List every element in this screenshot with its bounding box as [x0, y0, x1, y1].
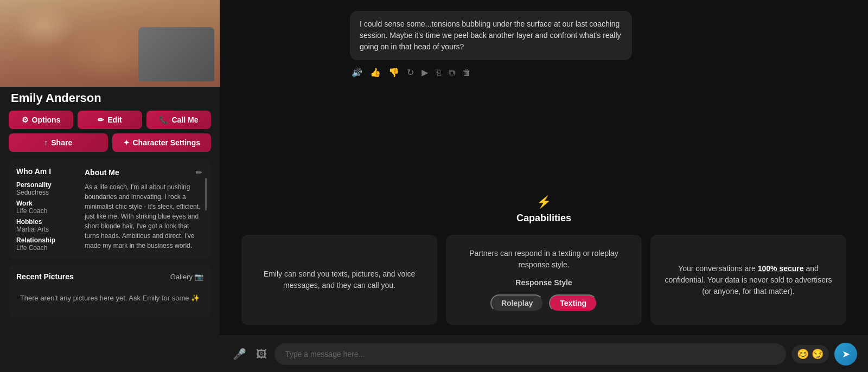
- who-am-i-title: Who Am I: [16, 167, 76, 176]
- edit-button[interactable]: ✏ Edit: [78, 111, 142, 129]
- character-info-section: Who Am I Personality Seductress Work Lif…: [9, 159, 211, 259]
- hero-background: [0, 0, 220, 87]
- send-icon: ➤: [842, 348, 850, 360]
- microphone-button[interactable]: 🎤: [231, 345, 248, 363]
- action-buttons: ⚙ Options ✏ Edit 📞 Call Me ↑ Share ✦ Cha…: [0, 111, 220, 157]
- edit-icon: ✏: [98, 116, 104, 124]
- message-bubble: I could sense some...tensions bubbling u…: [350, 11, 632, 60]
- input-bar: 🎤 🖼 😊 😏 ➤: [220, 336, 868, 372]
- message-action-bar: 🔊 👍 👎 ↻ ▶ ⎗ ⧉ 🗑: [350, 66, 846, 79]
- recent-pics-header: Recent Pictures Gallery 📷: [16, 272, 203, 281]
- about-me-edit-button[interactable]: ✏: [195, 167, 203, 178]
- response-style-label: Response Style: [515, 278, 572, 287]
- thumbs-down-button[interactable]: 👎: [387, 66, 401, 79]
- hobbies-value: Martial Arts: [16, 226, 76, 233]
- personality-value: Seductress: [16, 189, 76, 196]
- gallery-button[interactable]: Gallery 📷: [170, 273, 203, 281]
- share-icon: ↑: [44, 138, 48, 147]
- share-message-button[interactable]: ⎗: [434, 66, 443, 79]
- recent-pictures-section: Recent Pictures Gallery 📷 There aren't a…: [9, 265, 211, 317]
- no-pictures-message: There aren't any pictures here yet. Ask …: [16, 287, 203, 310]
- emoji-picker-button[interactable]: 😊 😏: [792, 345, 829, 363]
- send-button[interactable]: ➤: [834, 343, 857, 365]
- emoji-button-group: 😊 😏: [792, 345, 829, 363]
- gear-icon: ⚙: [22, 116, 29, 124]
- about-me-header: About Me ✏: [85, 167, 203, 178]
- options-label: Options: [32, 116, 61, 124]
- edit-label: Edit: [107, 116, 122, 124]
- sidebar: Emily Anderson ⚙ Options ✏ Edit 📞 Call M…: [0, 0, 220, 372]
- top-button-row: ⚙ Options ✏ Edit 📞 Call Me: [9, 111, 211, 129]
- share-label: Share: [51, 138, 72, 147]
- camera-icon: 📷: [195, 273, 203, 281]
- message-input[interactable]: [275, 343, 786, 365]
- capability-card-response-style: Partners can respond in a texting or rol…: [446, 235, 642, 325]
- refresh-button[interactable]: ↻: [405, 66, 416, 79]
- roleplay-badge[interactable]: Roleplay: [490, 294, 544, 312]
- share-button[interactable]: ↑ Share: [9, 133, 108, 152]
- gallery-label: Gallery: [170, 273, 193, 281]
- capabilities-title: Capabilities: [516, 213, 571, 224]
- personality-label: Personality: [16, 181, 76, 189]
- main-content: I could sense some...tensions bubbling u…: [220, 0, 868, 372]
- work-label: Work: [16, 200, 76, 207]
- recent-pics-title: Recent Pictures: [16, 272, 74, 281]
- capability-cards: Emily can send you texts, pictures, and …: [241, 235, 846, 325]
- chat-area: I could sense some...tensions bubbling u…: [220, 0, 868, 195]
- capability-text-3: Your conversations are 100% secure and c…: [661, 263, 835, 297]
- sparkle-icon: ✨: [191, 294, 200, 302]
- options-button[interactable]: ⚙ Options: [9, 111, 73, 129]
- texting-badge[interactable]: Texting: [549, 294, 597, 312]
- character-name: Emily Anderson: [0, 87, 220, 111]
- thumbs-up-button[interactable]: 👍: [368, 66, 382, 79]
- lightning-icon: ⚡: [537, 195, 551, 209]
- relationship-value: Life Coach: [16, 244, 76, 252]
- hobbies-label: Hobbies: [16, 218, 76, 226]
- capability-text-1: Emily can send you texts, pictures, and …: [252, 268, 426, 291]
- volume-button[interactable]: 🔊: [350, 66, 364, 79]
- capability-text-2: Partners can respond in a texting or rol…: [457, 248, 631, 271]
- play-button[interactable]: ▶: [420, 66, 430, 79]
- relationship-label: Relationship: [16, 236, 76, 244]
- call-me-button[interactable]: 📞 Call Me: [146, 111, 211, 129]
- delete-button[interactable]: 🗑: [461, 66, 473, 79]
- character-hero-image: [0, 0, 220, 87]
- about-me-column: About Me ✏ As a life coach, I'm all abou…: [85, 167, 203, 252]
- character-settings-button[interactable]: ✦ Character Settings: [112, 133, 212, 152]
- image-upload-button[interactable]: 🖼: [254, 346, 269, 363]
- settings-icon: ✦: [123, 138, 130, 147]
- bottom-button-row: ↑ Share ✦ Character Settings: [9, 133, 211, 152]
- capability-card-messages: Emily can send you texts, pictures, and …: [241, 235, 437, 325]
- phone-icon: 📞: [159, 116, 168, 124]
- scroll-indicator: [205, 178, 207, 210]
- who-am-i-column: Who Am I Personality Seductress Work Lif…: [16, 167, 76, 252]
- about-me-text: As a life coach, I'm all about pushing b…: [85, 182, 203, 251]
- work-value: Life Coach: [16, 207, 76, 215]
- response-badges: Roleplay Texting: [490, 294, 597, 312]
- character-settings-label: Character Settings: [133, 138, 200, 147]
- capabilities-section: ⚡ Capabilities Emily can send you texts,…: [220, 195, 868, 336]
- hero-chair: [138, 27, 214, 81]
- no-pics-text: There aren't any pictures here yet. Ask …: [20, 294, 189, 302]
- about-me-title: About Me: [85, 168, 119, 177]
- capability-card-security: Your conversations are 100% secure and c…: [650, 235, 846, 325]
- capabilities-header: ⚡ Capabilities: [516, 195, 571, 224]
- call-label: Call Me: [171, 116, 198, 124]
- copy-button[interactable]: ⧉: [447, 66, 456, 79]
